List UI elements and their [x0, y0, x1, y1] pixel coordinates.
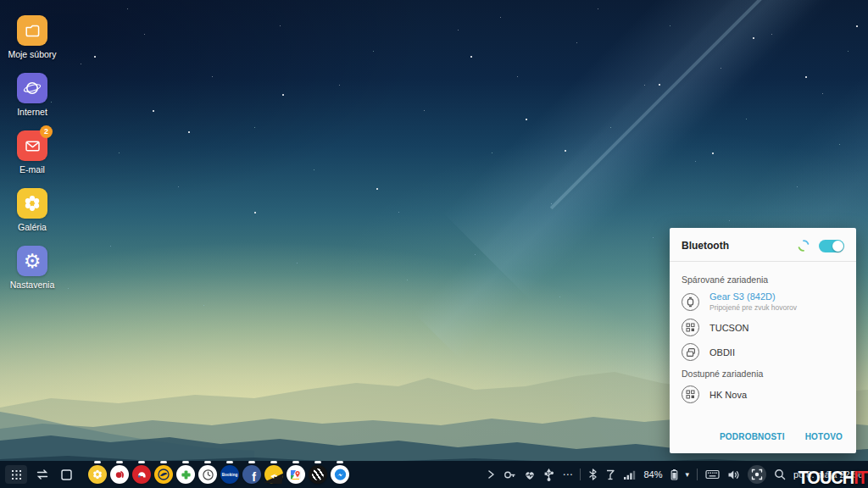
- search-icon[interactable]: [774, 469, 786, 480]
- lufthansa-crane-icon[interactable]: [154, 465, 173, 484]
- running-apps: Booking f: [88, 465, 349, 484]
- shortcut-label: E-mail: [5, 164, 59, 175]
- caret-down-icon[interactable]: ▾: [686, 471, 690, 479]
- device-name: Gear S3 (842D): [709, 291, 797, 302]
- refresh-spinner-icon[interactable]: [797, 239, 810, 252]
- gallery-flower-icon[interactable]: [88, 465, 107, 484]
- expand-tray-chevron-icon[interactable]: [486, 469, 496, 480]
- key-icon[interactable]: [504, 469, 516, 480]
- device-row-gear-s3[interactable]: Gear S3 (842D) Pripojené pre zvuk hovoro…: [682, 291, 844, 312]
- globe-icon: [17, 73, 47, 103]
- battery-icon[interactable]: [670, 469, 678, 480]
- shortcut-email[interactable]: 2 E-mail: [5, 130, 59, 175]
- diagonal-stripes-app-icon[interactable]: [309, 465, 327, 484]
- divider: [580, 469, 581, 480]
- shortcut-label: Galéria: [5, 222, 59, 232]
- device-status: Pripojené pre zvuk hovorov: [709, 303, 797, 312]
- panel-title: Bluetooth: [682, 240, 797, 252]
- shortcut-my-files[interactable]: Moje súbory: [5, 15, 59, 59]
- usb-icon[interactable]: [543, 469, 554, 481]
- pointer-hand-app-icon[interactable]: [264, 465, 283, 484]
- health-heart-icon[interactable]: [524, 469, 536, 480]
- google-maps-icon[interactable]: [287, 465, 305, 484]
- flower-icon: [17, 188, 47, 219]
- show-desktop-button[interactable]: [58, 466, 75, 483]
- desktop-shortcuts: Moje súbory Internet 2 E-mail Galéria ⚙: [5, 15, 59, 290]
- volume-icon[interactable]: [727, 469, 740, 480]
- shortcut-label: Internet: [5, 107, 59, 117]
- starfield-bright: [0, 0, 2, 2]
- paired-devices-header: Spárované zariadenia: [682, 274, 844, 285]
- folder-icon: [17, 15, 47, 46]
- device-row-tucson[interactable]: TUCSON: [682, 319, 844, 336]
- screen-capture-icon[interactable]: [748, 465, 766, 484]
- apps-grid-button[interactable]: [5, 465, 27, 484]
- touchit-watermark: TOUCHIT: [798, 468, 867, 486]
- computer-icon: [682, 343, 699, 361]
- device-row-obdii[interactable]: OBDII: [682, 343, 844, 361]
- device-name: HK Nova: [709, 390, 747, 400]
- helmet-app-icon[interactable]: [132, 465, 151, 484]
- facebook-icon[interactable]: f: [242, 465, 261, 484]
- battery-percent: 84%: [643, 469, 662, 480]
- shortcut-gallery[interactable]: Galéria: [5, 188, 59, 232]
- watch-icon: [682, 293, 699, 311]
- divider: [697, 469, 698, 480]
- bluetooth-panel-header: Bluetooth: [670, 228, 856, 261]
- bluetooth-icon[interactable]: [588, 469, 598, 480]
- details-button[interactable]: PODROBNOSTI: [720, 432, 785, 441]
- signal-strength-icon[interactable]: [623, 469, 636, 480]
- clock-app-icon[interactable]: [198, 465, 217, 484]
- shortcut-internet[interactable]: Internet: [5, 73, 59, 117]
- done-button[interactable]: HOTOVO: [805, 432, 843, 441]
- red-logo-app-icon[interactable]: [110, 465, 129, 484]
- shortcut-label: Moje súbory: [5, 49, 59, 59]
- dex-desktop: Moje súbory Internet 2 E-mail Galéria ⚙: [0, 0, 868, 488]
- recent-tasks-button[interactable]: [34, 466, 51, 483]
- unread-count-badge: 2: [40, 125, 53, 138]
- gear-icon: ⚙: [17, 246, 47, 276]
- more-notifications-icon[interactable]: ⋯: [562, 469, 572, 480]
- unknown-device-icon: [682, 385, 699, 403]
- unknown-device-icon: [682, 319, 699, 336]
- glass-icon[interactable]: [605, 469, 615, 480]
- device-row-hk-nova[interactable]: HK Nova: [682, 385, 844, 403]
- bluetooth-panel: Bluetooth Spárované zariadenia Gear S3 (…: [670, 228, 856, 453]
- messenger-icon[interactable]: [331, 465, 349, 484]
- device-name: OBDII: [709, 347, 735, 358]
- bluetooth-toggle[interactable]: [819, 240, 844, 252]
- envelope-icon: 2: [17, 130, 47, 161]
- keyboard-icon[interactable]: [705, 469, 720, 480]
- taskbar: Booking f: [0, 461, 868, 488]
- available-devices-header: Dostupné zariadenia: [682, 369, 844, 379]
- shortcut-settings[interactable]: ⚙ Nastavenia: [5, 246, 59, 290]
- shortcut-label: Nastavenia: [5, 280, 59, 290]
- device-name: TUCSON: [709, 323, 748, 333]
- green-cross-app-icon[interactable]: [176, 465, 195, 484]
- booking-app-icon[interactable]: Booking: [220, 465, 239, 484]
